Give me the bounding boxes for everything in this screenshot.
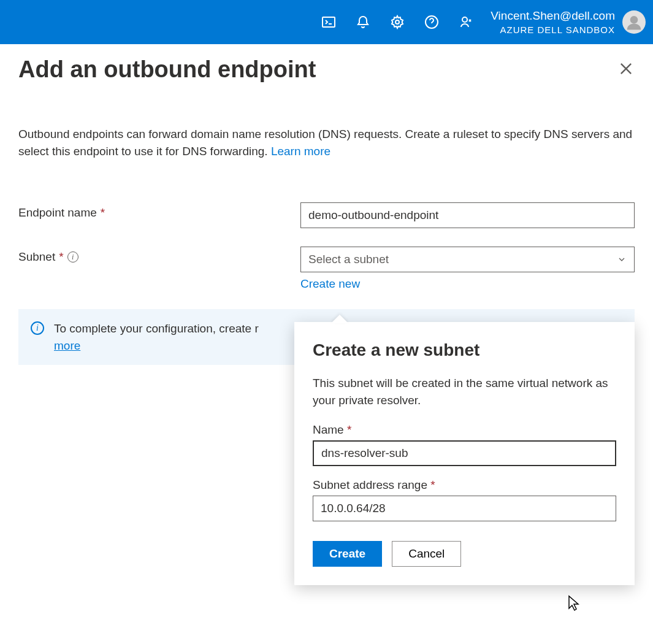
top-header: Vincent.Shen@dell.com AZURE DELL SANDBOX	[0, 0, 653, 44]
endpoint-name-row: Endpoint name *	[18, 202, 635, 228]
user-text: Vincent.Shen@dell.com AZURE DELL SANDBOX	[491, 9, 615, 36]
user-tenant: AZURE DELL SANDBOX	[491, 24, 615, 36]
chevron-down-icon	[617, 255, 627, 264]
svg-point-1	[395, 20, 399, 24]
title-row: Add an outbound endpoint	[0, 44, 653, 83]
svg-point-3	[462, 17, 467, 22]
subnet-row: Subnet * i Select a subnet Create new	[18, 247, 635, 291]
avatar[interactable]	[622, 10, 646, 34]
svg-rect-0	[323, 17, 335, 27]
info-banner-learn-more[interactable]: more	[54, 339, 80, 352]
endpoint-name-label-text: Endpoint name	[18, 206, 97, 220]
help-icon[interactable]	[417, 7, 446, 37]
required-asterisk: *	[101, 206, 105, 220]
learn-more-link[interactable]: Learn more	[271, 145, 330, 158]
svg-point-4	[630, 16, 638, 24]
subnet-dropdown-placeholder: Select a subnet	[308, 253, 389, 266]
required-asterisk: *	[59, 250, 63, 264]
popover-button-row: Create Cancel	[313, 541, 616, 567]
popover-title: Create a new subnet	[313, 340, 616, 360]
subnet-range-input[interactable]	[313, 496, 616, 521]
subnet-label-text: Subnet	[18, 250, 55, 264]
cancel-button[interactable]: Cancel	[392, 541, 461, 567]
close-button[interactable]	[617, 60, 635, 80]
popover-description: This subnet will be created in the same …	[313, 375, 616, 408]
cursor-icon	[567, 595, 582, 615]
create-new-link[interactable]: Create new	[300, 277, 360, 291]
required-asterisk: *	[347, 423, 351, 436]
create-subnet-popover: Create a new subnet This subnet will be …	[294, 322, 635, 585]
endpoint-name-control	[300, 202, 635, 228]
user-info[interactable]: Vincent.Shen@dell.com AZURE DELL SANDBOX	[491, 9, 646, 36]
create-button[interactable]: Create	[313, 541, 382, 567]
subnet-name-label-text: Name	[313, 423, 344, 436]
page-title: Add an outbound endpoint	[18, 56, 316, 83]
subnet-range-label: Subnet address range *	[313, 478, 616, 492]
info-icon[interactable]: i	[67, 251, 78, 263]
cloud-shell-icon[interactable]	[314, 7, 343, 37]
required-asterisk: *	[430, 478, 435, 491]
header-icon-group	[314, 7, 481, 37]
info-banner-text: To complete your configuration, create r…	[54, 320, 259, 354]
subnet-control: Select a subnet Create new	[300, 247, 635, 291]
notifications-icon[interactable]	[348, 7, 378, 37]
feedback-icon[interactable]	[451, 7, 481, 37]
subnet-range-label-text: Subnet address range	[313, 478, 427, 491]
endpoint-name-label: Endpoint name *	[18, 202, 300, 220]
form-area: Endpoint name * Subnet * i Select a subn…	[0, 159, 653, 291]
info-banner-prefix: To complete your configuration, create r	[54, 322, 259, 335]
subnet-label: Subnet * i	[18, 247, 300, 264]
endpoint-name-input[interactable]	[300, 202, 635, 228]
subnet-dropdown[interactable]: Select a subnet	[300, 247, 635, 272]
settings-icon[interactable]	[383, 7, 412, 37]
info-icon: i	[31, 321, 44, 335]
subnet-name-input[interactable]	[313, 440, 616, 466]
subnet-name-label: Name *	[313, 423, 616, 437]
user-email: Vincent.Shen@dell.com	[491, 9, 615, 24]
description: Outbound endpoints can forward domain na…	[0, 83, 653, 159]
